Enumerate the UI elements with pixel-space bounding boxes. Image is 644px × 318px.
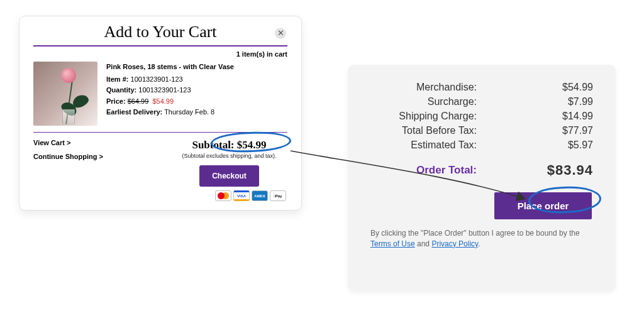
legal-pre: By clicking the "Place Order" button I a… (370, 229, 580, 238)
summary-value: $5.97 (543, 140, 593, 151)
checkout-button[interactable]: Checkout (199, 165, 259, 187)
legal-text: By clicking the "Place Order" button I a… (370, 228, 593, 249)
terms-link[interactable]: Terms of Use (370, 239, 415, 248)
quantity-value: 1001323901-123 (138, 86, 191, 94)
privacy-link[interactable]: Privacy Policy (431, 239, 478, 248)
summary-label: Shipping Charge: (370, 111, 477, 122)
total-label: Order Total: (370, 164, 477, 177)
continue-shopping-link[interactable]: Continue Shopping > (33, 153, 103, 160)
summary-row-before-tax: Total Before Tax: $77.97 (370, 125, 593, 136)
delivery-value: Thursday Feb. 8 (164, 108, 214, 116)
summary-row-surcharge: Surcharge: $7.99 (370, 96, 593, 107)
summary-value: $77.97 (543, 125, 593, 136)
summary-label: Surcharge: (370, 96, 477, 107)
summary-row-merchandise: Merchandise: $54.99 (370, 82, 593, 93)
subtotal-label: Subtotal: (192, 139, 234, 151)
delivery-label: Earliest Delivery: (106, 108, 162, 116)
summary-row-shipping: Shipping Charge: $14.99 (370, 111, 593, 122)
price-label: Price: (106, 97, 126, 105)
total-value: $83.94 (536, 162, 593, 178)
subtotal: Subtotal: $54.99 (171, 139, 287, 151)
quantity-label: Quantity: (106, 86, 136, 94)
product-image (33, 62, 97, 126)
cart-links: View Cart > Continue Shopping > (33, 139, 103, 167)
amex-icon: AMEX (252, 190, 268, 201)
summary-value: $14.99 (543, 111, 593, 122)
price-original: $64.99 (128, 97, 149, 105)
product-details: Pink Roses, 18 stems - with Clear Vase I… (106, 62, 234, 126)
cart-item-row: Pink Roses, 18 stems - with Clear Vase I… (33, 62, 287, 126)
item-no-value: 1001323901-123 (131, 75, 183, 83)
summary-label: Total Before Tax: (370, 125, 477, 136)
price-sale: $54.99 (152, 97, 174, 105)
payment-icons: VISA AMEX Pay (171, 190, 286, 201)
place-order-button[interactable]: Place order (494, 192, 592, 219)
cart-item-count: 1 item(s) in cart (33, 50, 287, 58)
subtotal-value: $54.99 (237, 139, 267, 151)
order-summary-card: Merchandise: $54.99 Surcharge: $7.99 Shi… (348, 65, 616, 291)
summary-label: Estimated Tax: (370, 140, 477, 151)
summary-row-tax: Estimated Tax: $5.97 (370, 140, 593, 151)
divider (33, 45, 287, 47)
add-to-cart-modal: ✕ Add to Your Cart 1 item(s) in cart Pin… (19, 16, 302, 211)
apple-pay-icon: Pay (270, 190, 286, 201)
mastercard-icon (215, 190, 231, 201)
summary-value: $54.99 (543, 82, 593, 93)
subtotal-note: (Subtotal excludes shipping, and tax). (171, 153, 287, 159)
legal-mid: and (415, 239, 432, 248)
product-name: Pink Roses, 18 stems - with Clear Vase (106, 62, 234, 73)
summary-row-total: Order Total: $83.94 (370, 162, 593, 178)
modal-title: Add to Your Cart (33, 23, 287, 41)
close-icon[interactable]: ✕ (275, 28, 286, 39)
visa-icon: VISA (233, 190, 250, 201)
summary-value: $7.99 (543, 96, 593, 107)
view-cart-link[interactable]: View Cart > (33, 139, 103, 146)
item-no-label: Item #: (106, 75, 128, 83)
summary-label: Merchandise: (370, 82, 477, 93)
legal-end: . (478, 239, 480, 248)
divider (33, 132, 287, 133)
